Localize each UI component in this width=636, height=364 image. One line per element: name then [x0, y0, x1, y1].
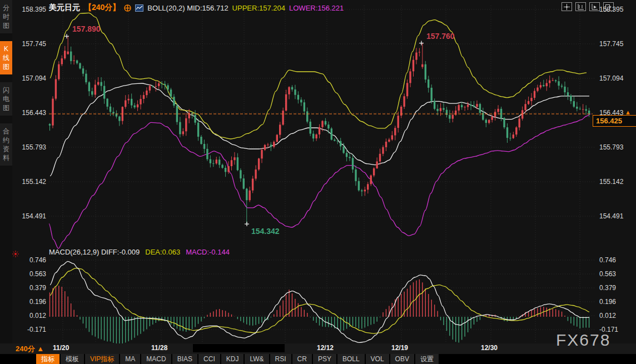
candle-body: [131, 99, 132, 106]
macd-label-left: 0.563: [7, 270, 46, 278]
candle-body: [440, 108, 441, 111]
candle-body: [385, 142, 387, 147]
globe-plus-icon[interactable]: [124, 4, 131, 12]
extreme-price-label: 157.760: [426, 32, 455, 41]
macd-diff-line: [50, 261, 589, 342]
candle-body: [288, 87, 290, 94]
candle-body: [128, 99, 130, 101]
toolbar-tab-RSI[interactable]: RSI: [270, 354, 291, 364]
macd-dea-label: DEA:0.063: [145, 248, 180, 256]
candle-body: [218, 159, 220, 164]
candle-body: [143, 95, 145, 99]
price-label-right: 155.793: [599, 143, 636, 151]
price-label-right: 157.094: [599, 74, 636, 82]
candle-body: [125, 101, 126, 107]
price-label-right: 154.491: [599, 212, 636, 220]
candle-body: [182, 131, 184, 134]
candle-body: [464, 107, 465, 107]
candle-body: [227, 166, 229, 172]
candle-body: [327, 124, 329, 128]
candle-body: [421, 64, 423, 67]
candle-body: [358, 181, 360, 191]
candle-body: [398, 116, 399, 128]
axis-play-icon[interactable]: [589, 2, 600, 11]
toolbar-tab-CCI[interactable]: CCI: [198, 354, 220, 364]
candle-body: [225, 168, 226, 172]
toolbar-tab-CR[interactable]: CR: [292, 354, 312, 364]
candle-body: [509, 138, 511, 138]
candle-body: [210, 159, 211, 163]
candle-body: [452, 115, 454, 119]
candle-body: [436, 109, 438, 111]
macd-label-left: 0.746: [7, 256, 46, 264]
candle-body: [304, 102, 305, 111]
candle-body: [461, 105, 463, 107]
candle-body: [200, 137, 202, 144]
toolbar-tab-MACD[interactable]: MACD: [141, 354, 171, 364]
period-button[interactable]: 240分 ▲: [16, 344, 44, 354]
scroll-thumb[interactable]: [193, 344, 285, 352]
toolbar-tab-BIAS[interactable]: BIAS: [172, 354, 197, 364]
candle-body: [582, 109, 584, 110]
candle-body: [282, 111, 284, 124]
candle-body: [355, 169, 356, 181]
toolbar-tab-LW&[interactable]: LW&: [245, 354, 269, 364]
period-label: 【240分】: [84, 3, 120, 13]
macd-label-left: 0.196: [7, 298, 46, 306]
toolbar-tab-VIP指标[interactable]: VIP指标: [85, 354, 119, 364]
sidebar-item-1[interactable]: 分时图: [0, 0, 12, 33]
candle-body: [264, 145, 266, 150]
candle-body: [70, 52, 72, 61]
candle-body: [367, 184, 369, 190]
candle-body: [585, 109, 587, 111]
price-label-right: 158.395: [599, 6, 636, 13]
candle-body: [331, 128, 332, 139]
toolbar-tab-OBV[interactable]: OBV: [390, 354, 414, 364]
candle-body: [467, 104, 469, 107]
price-label-right: 157.745: [599, 40, 636, 48]
candle-body: [300, 99, 302, 102]
boll-mid-label: BOLL(20,2) MID:156.712: [147, 4, 228, 12]
toolbar-tab-模板[interactable]: 模板: [61, 354, 84, 364]
candle-body: [216, 159, 217, 163]
candle-body: [267, 144, 269, 145]
toolbar-tab-MA[interactable]: MA: [120, 354, 140, 364]
symbol-name: 美元日元: [49, 3, 80, 13]
candle-body: [73, 61, 74, 61]
candle-body: [249, 191, 251, 201]
candle-body: [285, 94, 287, 111]
candle-body: [176, 106, 178, 122]
candle-body: [197, 123, 199, 137]
indicator-toolbar: 指标模板VIP指标MAMACDBIASCCIKDJLW&RSICRPSYBOLL…: [0, 354, 636, 364]
toolbar-tab-指标[interactable]: 指标: [36, 354, 59, 364]
toolbar-tab-VOL[interactable]: VOL: [366, 354, 389, 364]
price-label-left: 158.395: [7, 6, 46, 13]
axis-scale-icon[interactable]: [575, 2, 586, 11]
candle-body: [140, 99, 141, 104]
candle-body: [158, 83, 160, 86]
candle-body: [521, 110, 523, 118]
toolbar-tab-设置[interactable]: 设置: [415, 354, 439, 364]
price-label-right: 155.142: [599, 178, 636, 186]
toolbar-tab-BOLL[interactable]: BOLL: [337, 354, 365, 364]
crosshair-icon[interactable]: [562, 2, 572, 11]
toolbar-tab-PSY[interactable]: PSY: [313, 354, 336, 364]
candle-body: [419, 52, 420, 53]
candle-body: [519, 119, 520, 128]
boll-upper-label: UPPER:157.204: [232, 4, 285, 12]
extreme-price-label: 157.890: [72, 24, 101, 33]
toolbar-tab-KDJ[interactable]: KDJ: [221, 354, 244, 364]
candle-body: [528, 101, 529, 104]
candle-body: [567, 92, 569, 96]
watermark: FX678: [556, 331, 610, 350]
date-tick-12-19: 12/19: [391, 344, 408, 352]
candle-body: [458, 105, 460, 111]
candle-body: [388, 139, 390, 142]
candle-body: [530, 98, 532, 101]
candle-body: [379, 154, 381, 162]
candle-body: [258, 158, 260, 169]
candle-body: [55, 79, 57, 99]
candle-body: [306, 111, 308, 122]
candle-body: [352, 158, 354, 169]
candle-body: [95, 84, 96, 94]
